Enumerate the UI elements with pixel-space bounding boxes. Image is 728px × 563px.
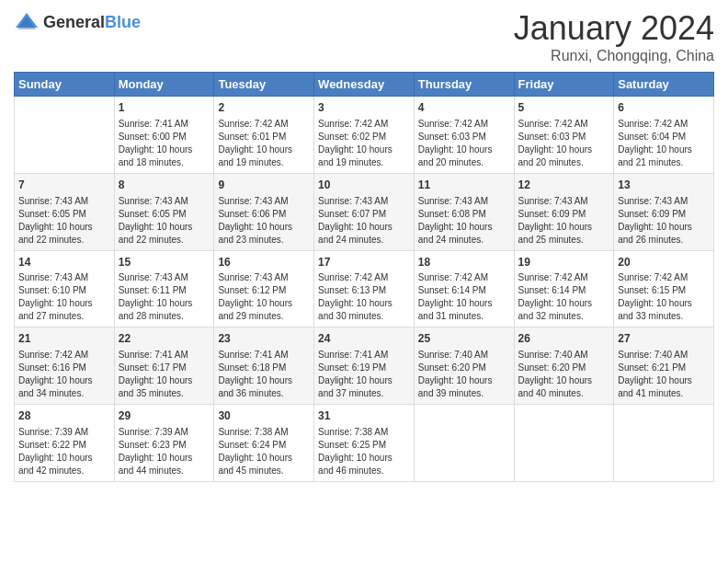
month-title: January 2024 <box>514 9 714 48</box>
day-info-line: Sunset: 6:16 PM <box>18 362 110 374</box>
day-info-line: Sunset: 6:13 PM <box>318 284 410 297</box>
day-info-line: and 20 minutes. <box>518 156 610 169</box>
day-info-line: Daylight: 10 hours <box>418 297 510 310</box>
week-row-5: 28Sunrise: 7:39 AMSunset: 6:22 PMDayligh… <box>15 405 714 482</box>
day-info-line: Sunrise: 7:42 AM <box>418 118 510 131</box>
calendar-cell: 10Sunrise: 7:43 AMSunset: 6:07 PMDayligh… <box>314 173 415 250</box>
calendar-cell: 9Sunrise: 7:43 AMSunset: 6:06 PMDaylight… <box>214 173 314 250</box>
day-info-line: Sunrise: 7:41 AM <box>119 118 210 131</box>
day-info-line: Sunset: 6:01 PM <box>218 131 310 144</box>
header-day-saturday: Saturday <box>614 73 714 97</box>
day-info-line: Daylight: 10 hours <box>318 452 410 465</box>
day-number: 20 <box>618 255 710 270</box>
calendar-cell: 1Sunrise: 7:41 AMSunset: 6:00 PMDaylight… <box>114 97 214 174</box>
calendar-cell: 11Sunrise: 7:43 AMSunset: 6:08 PMDayligh… <box>414 173 514 250</box>
day-info-line: Daylight: 10 hours <box>218 374 310 387</box>
calendar-cell: 12Sunrise: 7:43 AMSunset: 6:09 PMDayligh… <box>514 173 614 250</box>
day-info-line: Sunrise: 7:42 AM <box>318 118 410 131</box>
day-number: 15 <box>119 255 210 270</box>
day-info-line: Daylight: 10 hours <box>218 297 310 310</box>
day-number: 9 <box>218 178 310 193</box>
day-info-line: Daylight: 10 hours <box>18 452 110 465</box>
day-info-line: Sunrise: 7:42 AM <box>218 118 310 131</box>
day-info-line: Daylight: 10 hours <box>119 221 210 234</box>
day-info-line: Sunrise: 7:39 AM <box>18 426 110 439</box>
day-number: 27 <box>618 331 710 347</box>
day-info-line: Daylight: 10 hours <box>119 297 210 310</box>
day-info-line: Sunset: 6:23 PM <box>119 439 210 452</box>
day-info-line: Sunrise: 7:42 AM <box>618 118 710 131</box>
day-info-line: Sunrise: 7:41 AM <box>119 349 210 362</box>
day-number: 4 <box>418 100 510 116</box>
day-info-line: and 34 minutes. <box>18 387 110 400</box>
day-info-line: Sunset: 6:18 PM <box>218 362 310 374</box>
day-info-line: Daylight: 10 hours <box>18 297 110 310</box>
day-info-line: and 31 minutes. <box>418 310 510 323</box>
day-info-line: Daylight: 10 hours <box>518 374 610 387</box>
day-info-line: Sunrise: 7:43 AM <box>218 271 310 284</box>
week-row-4: 21Sunrise: 7:42 AMSunset: 6:16 PMDayligh… <box>15 327 714 405</box>
day-number: 18 <box>418 255 510 270</box>
day-info-line: Sunrise: 7:42 AM <box>18 349 110 362</box>
day-info-line: and 40 minutes. <box>518 387 610 400</box>
day-info-line: Sunset: 6:19 PM <box>318 362 410 374</box>
day-info-line: Sunrise: 7:42 AM <box>618 271 710 284</box>
day-info-line: Daylight: 10 hours <box>618 297 710 310</box>
day-info-line: and 25 minutes. <box>518 234 610 247</box>
calendar-cell: 21Sunrise: 7:42 AMSunset: 6:16 PMDayligh… <box>15 327 115 405</box>
day-info-line: and 22 minutes. <box>119 234 210 247</box>
day-info-line: and 29 minutes. <box>218 310 310 323</box>
header-day-wednesday: Wednesday <box>314 73 415 97</box>
day-number: 23 <box>218 331 310 347</box>
day-info-line: Daylight: 10 hours <box>218 452 310 465</box>
day-info-line: and 28 minutes. <box>119 310 210 323</box>
day-info-line: Sunset: 6:24 PM <box>218 439 310 452</box>
day-info-line: Daylight: 10 hours <box>318 374 410 387</box>
day-info-line: Daylight: 10 hours <box>18 221 110 234</box>
day-info-line: Sunset: 6:08 PM <box>418 208 510 221</box>
day-info-line: Sunset: 6:05 PM <box>18 208 110 221</box>
title-block: January 2024 Runxi, Chongqing, China <box>514 9 714 64</box>
day-number: 22 <box>119 331 210 347</box>
day-info-line: Sunset: 6:09 PM <box>518 208 610 221</box>
day-info-line: Daylight: 10 hours <box>518 297 610 310</box>
calendar-header-row: SundayMondayTuesdayWednesdayThursdayFrid… <box>15 73 714 97</box>
day-info-line: Daylight: 10 hours <box>119 144 210 156</box>
calendar-table: SundayMondayTuesdayWednesdayThursdayFrid… <box>14 72 714 482</box>
calendar-cell: 16Sunrise: 7:43 AMSunset: 6:12 PMDayligh… <box>214 250 314 327</box>
header-day-tuesday: Tuesday <box>214 73 314 97</box>
day-info-line: Sunrise: 7:43 AM <box>518 195 610 208</box>
day-info-line: Sunrise: 7:38 AM <box>318 426 410 439</box>
day-number: 10 <box>318 178 410 193</box>
day-number: 12 <box>518 178 610 193</box>
calendar-cell: 5Sunrise: 7:42 AMSunset: 6:03 PMDaylight… <box>514 97 614 174</box>
day-info-line: Sunset: 6:07 PM <box>318 208 410 221</box>
day-info-line: Sunrise: 7:42 AM <box>318 271 410 284</box>
day-info-line: Sunrise: 7:40 AM <box>618 349 710 362</box>
calendar-cell: 23Sunrise: 7:41 AMSunset: 6:18 PMDayligh… <box>214 327 314 405</box>
day-info-line: Sunrise: 7:42 AM <box>518 118 610 131</box>
calendar-cell: 18Sunrise: 7:42 AMSunset: 6:14 PMDayligh… <box>414 250 514 327</box>
day-info-line: and 45 minutes. <box>218 465 310 477</box>
day-info-line: Sunrise: 7:43 AM <box>119 271 210 284</box>
calendar-cell: 6Sunrise: 7:42 AMSunset: 6:04 PMDaylight… <box>614 97 714 174</box>
day-info-line: and 24 minutes. <box>318 234 410 247</box>
day-number: 6 <box>618 100 710 116</box>
day-info-line: Daylight: 10 hours <box>418 374 510 387</box>
calendar-cell <box>15 97 115 174</box>
calendar-cell: 19Sunrise: 7:42 AMSunset: 6:14 PMDayligh… <box>514 250 614 327</box>
day-info-line: Sunset: 6:03 PM <box>518 131 610 144</box>
day-info-line: and 24 minutes. <box>418 234 510 247</box>
day-number: 21 <box>18 331 110 347</box>
day-info-line: Sunrise: 7:43 AM <box>318 195 410 208</box>
calendar-cell <box>514 405 614 482</box>
calendar-cell: 3Sunrise: 7:42 AMSunset: 6:02 PMDaylight… <box>314 97 415 174</box>
day-number: 17 <box>318 255 410 270</box>
week-row-2: 7Sunrise: 7:43 AMSunset: 6:05 PMDaylight… <box>15 173 714 250</box>
day-info-line: Sunset: 6:04 PM <box>618 131 710 144</box>
day-info-line: Sunrise: 7:43 AM <box>218 195 310 208</box>
day-info-line: and 46 minutes. <box>318 465 410 477</box>
day-info-line: Daylight: 10 hours <box>418 221 510 234</box>
day-info-line: and 42 minutes. <box>18 465 110 477</box>
calendar-cell: 26Sunrise: 7:40 AMSunset: 6:20 PMDayligh… <box>514 327 614 405</box>
